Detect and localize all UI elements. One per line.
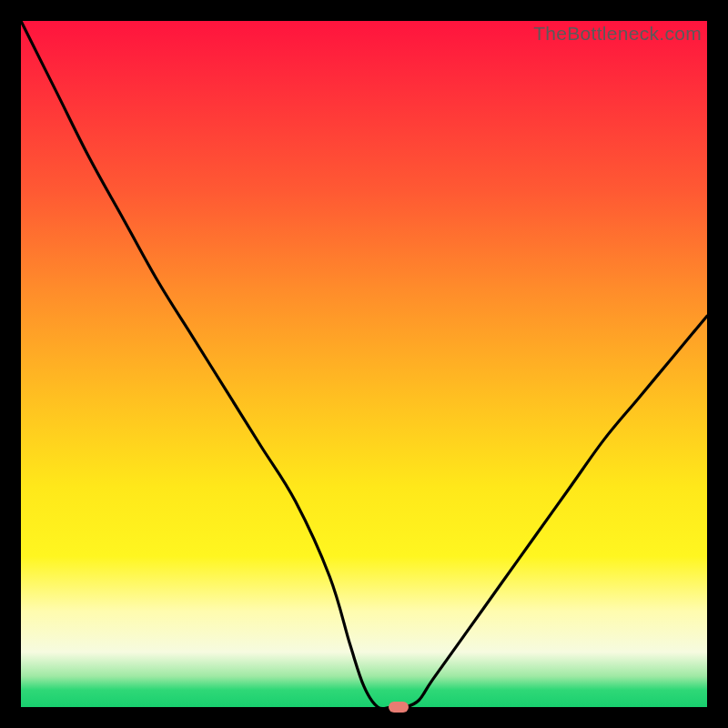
chart-frame: TheBottleneck.com — [0, 0, 728, 728]
bottleneck-curve — [21, 21, 707, 707]
plot-area: TheBottleneck.com — [21, 21, 707, 707]
minimum-marker — [389, 702, 409, 713]
